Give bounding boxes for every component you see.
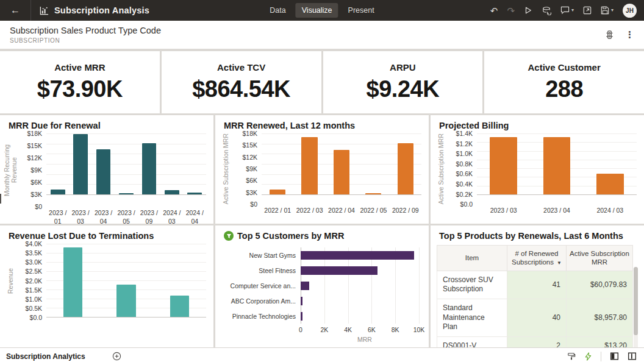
bar[interactable] [73, 134, 88, 194]
bar[interactable] [301, 137, 317, 194]
chart-title: MRR Renewed, Last 12 months [224, 121, 420, 130]
y-tick-label: $4.0K [26, 240, 42, 247]
table-row[interactable]: Crossover SUV Subscription 41 $60,079.83 [437, 271, 633, 299]
add-tab-icon[interactable] [112, 352, 121, 361]
bar[interactable] [490, 137, 517, 194]
bar-chart: Revenue $4.0K$3.5K$3.0K$2.5K$2.0K$1.5K$1… [0, 244, 213, 320]
format-painter-icon[interactable] [567, 352, 576, 361]
widget-mrr-renewed[interactable]: MRR Renewed, Last 12 months Active Subsc… [215, 115, 429, 224]
user-avatar[interactable]: JH [623, 4, 637, 18]
layout-panel-split-icon[interactable] [628, 352, 637, 361]
scrollbar[interactable] [634, 267, 638, 347]
table-row[interactable]: Standard Maintenance Plan 40 $8,957.80 [437, 299, 633, 336]
save-icon[interactable]: ▾ [601, 6, 614, 15]
widget-top5-customers[interactable]: Top 5 Customers by MRR New Start Gyms St… [215, 225, 429, 347]
back-button[interactable]: ← [0, 0, 31, 21]
bar[interactable] [116, 285, 135, 317]
column-header[interactable]: Active Subscription MRR [567, 246, 633, 271]
y-axis-title: Active Subscription MRR [222, 133, 229, 204]
sort-desc-icon: ▼ [557, 260, 562, 266]
plot-area [46, 244, 206, 318]
open-in-new-icon[interactable] [583, 6, 592, 15]
kpi-active-customer[interactable]: Active Customer 288 [484, 51, 644, 113]
widget-top5-products-table[interactable]: Top 5 Products by Renewals, Last 6 Month… [431, 225, 644, 347]
bar[interactable] [334, 150, 349, 194]
kpi-active-tcv[interactable]: Active TCV $864.54K [162, 51, 321, 113]
dashboard-canvas: Active MRR $73.90K Active TCV $864.54K A… [0, 49, 644, 347]
kpi-value: $73.90K [37, 76, 123, 102]
x-tick-label: 0 [299, 326, 302, 333]
y-tick-label: $12K [27, 154, 42, 161]
bar[interactable] [63, 247, 82, 317]
bar[interactable] [165, 190, 179, 194]
table-row[interactable]: DS0001-V 2 $13.20 [437, 336, 633, 347]
bar[interactable] [301, 251, 414, 260]
bar[interactable] [301, 266, 377, 275]
bar-chart: Active Subscription MRR $18K$15K$12K$9K$… [215, 133, 429, 215]
y-tick-label: $1.2K [456, 140, 473, 147]
column-header[interactable]: Item [437, 246, 507, 271]
x-axis: 02K4K6K8K10K [301, 326, 419, 335]
widget-mrr-due-for-renewal[interactable]: MRR Due for Renewal Monthly Recurring Re… [0, 115, 213, 224]
more-options-icon[interactable]: ⋮ [625, 29, 634, 40]
comments-icon[interactable]: ▾ [560, 6, 574, 15]
canvas-edge-handle[interactable] [0, 194, 1, 204]
refresh-data-icon[interactable] [542, 6, 551, 15]
menu-visualize[interactable]: Visualize [296, 3, 338, 18]
layout-panel-left-icon[interactable] [610, 352, 619, 361]
bar[interactable] [301, 297, 302, 305]
kpi-arpu[interactable]: ARPU $9.24K [323, 51, 483, 113]
bar[interactable] [301, 312, 302, 321]
bar[interactable] [142, 143, 157, 194]
menu-present[interactable]: Present [342, 3, 381, 18]
bar[interactable] [96, 149, 111, 194]
scrollbar-thumb[interactable] [634, 267, 638, 335]
bar[interactable] [51, 190, 65, 194]
x-category-label: 2023 / 04 [530, 207, 583, 215]
hbar-row: Pinnacle Technologies [215, 308, 419, 324]
y-axis-title: Revenue [7, 244, 14, 318]
run-icon[interactable] [524, 6, 532, 15]
y-tick-label: $6K [30, 179, 42, 186]
bar[interactable] [596, 174, 624, 194]
kpi-value: $864.54K [192, 76, 290, 102]
bar[interactable] [270, 190, 285, 194]
filter-criteria-icon[interactable] [605, 30, 614, 40]
sheet-tab-subscription-analytics[interactable]: Subscription Analytics [0, 348, 96, 362]
bar[interactable] [398, 143, 413, 194]
y-tick-label: $9K [246, 165, 257, 172]
chart-title: MRR Due for Renewal [9, 121, 205, 130]
bar[interactable] [365, 193, 381, 194]
bar[interactable] [187, 193, 202, 194]
menu-data[interactable]: Data [263, 3, 292, 18]
auto-insights-icon[interactable] [584, 352, 592, 361]
y-axis: $1.4K$1.2K$1.0K$0.8K$0.6K$0.4K$0.2K$0.0 [449, 133, 477, 204]
kpi-value: 288 [545, 76, 583, 102]
bar[interactable] [170, 296, 189, 317]
y-tick-label: $15K [27, 142, 42, 149]
x-category-label: 2024 / 03 [584, 207, 637, 215]
kpi-value: $9.24K [367, 76, 440, 102]
column-header[interactable]: # of Renewed Subscriptions▼ [507, 246, 566, 271]
y-tick-label: $0.2K [456, 191, 473, 198]
y-tick-label: $0.0 [30, 314, 42, 321]
x-axis-title: MRR [301, 336, 429, 343]
y-tick-label: $3K [246, 189, 257, 196]
x-tick-label: 10K [413, 326, 425, 333]
y-axis: $18K$15K$12K$9K$6K$3K$0 [18, 133, 46, 207]
filter-applied-badge-icon[interactable] [224, 231, 234, 241]
x-category-label: 2024 / 03 [160, 209, 183, 224]
bar[interactable] [543, 137, 571, 194]
widget-revenue-lost[interactable]: Revenue Lost Due to Terminations Revenue… [0, 225, 213, 347]
plot-area [46, 133, 206, 195]
bar[interactable] [119, 193, 134, 194]
cell-mrr: $8,957.80 [567, 299, 633, 336]
kpi-active-mrr[interactable]: Active MRR $73.90K [0, 51, 160, 113]
widget-projected-billing[interactable]: Projected Billing Active Subscription MR… [431, 115, 644, 224]
bar[interactable] [301, 282, 309, 290]
x-category-label: 2022 / 05 [357, 207, 389, 215]
app-title: Subscription Analysis [54, 5, 149, 15]
category-label: Steel Fitness [215, 267, 301, 274]
cell-item: DS0001-V [437, 336, 507, 347]
undo-icon[interactable]: ↶ [490, 6, 498, 15]
